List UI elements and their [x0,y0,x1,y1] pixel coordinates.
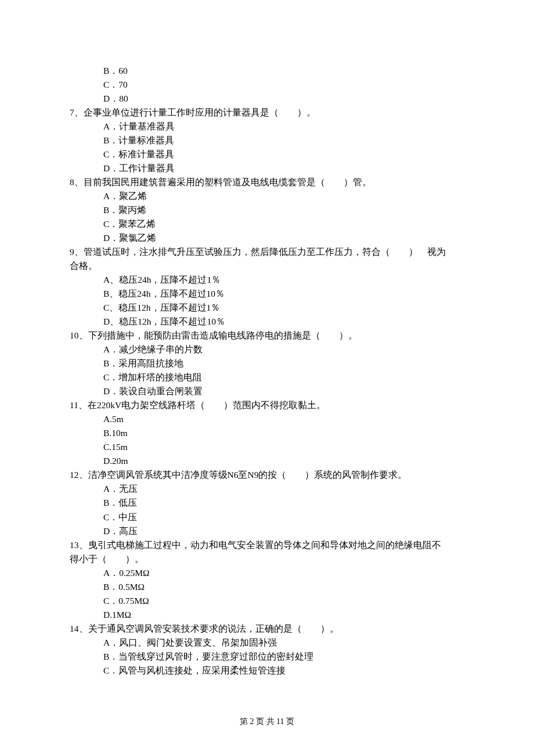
q12-option-C: C．中压 [70,510,464,524]
q7-option-B: B．计量标准器具 [70,134,464,147]
q8-option-C: C．聚苯乙烯 [70,217,464,231]
q14-option-A: A．风口、阀门处要设置支、吊架加固补强 [70,636,464,650]
q14-option-C: C．风管与风机连接处，应采用柔性短管连接 [70,664,464,678]
q9-option-A: A、稳压24h，压降不超过1％ [70,273,464,287]
q11-option-A: A.5m [70,412,464,426]
page-footer: 第 2 页 共 11 页 [0,715,534,728]
q9-option-D: D、稳压12h，压降不超过10％ [70,315,464,329]
q10-stem: 10、下列措施中，能预防由雷击造成输电线路停电的措施是（ ）。 [70,329,464,343]
q10-option-B: B．采用高阻抗接地 [70,357,464,370]
q11-stem: 11、在220kV电力架空线路杆塔（ ）范围内不得挖取黏土。 [70,398,464,412]
q6-option-B: B．60 [70,64,464,78]
q13-option-D: D.1MΩ [70,608,464,622]
q10-option-A: A．减少绝缘子串的片数 [70,343,464,357]
q12-option-A: A．无压 [70,482,464,496]
q8-option-D: D．聚氯乙烯 [70,231,464,245]
q8-stem: 8、目前我国民用建筑普遍采用的塑料管道及电线电缆套管是（ ）管。 [70,175,464,189]
q6-option-C: C．70 [70,78,464,92]
q13-option-B: B．0.5MΩ [70,580,464,594]
q9-option-B: B、稳压24h，压降不超过10％ [70,287,464,301]
q9-stem-cont: 合格。 [70,259,464,273]
q7-option-D: D．工作计量器具 [70,161,464,175]
q12-option-D: D．高压 [70,524,464,538]
q8-option-A: A．聚乙烯 [70,189,464,203]
q13-stem: 13、曳引式电梯施工过程中，动力和电气安全装置的导体之间和导体对地之间的绝缘电阻… [70,538,464,552]
page-container: B．60 C．70 D．80 7、企事业单位进行计量工作时应用的计量器具是（ ）… [0,0,534,756]
q7-option-C: C．标准计量器具 [70,147,464,161]
q7-stem: 7、企事业单位进行计量工作时应用的计量器具是（ ）。 [70,106,464,120]
q13-stem-cont: 得小于（ ）。 [70,552,464,566]
q14-stem: 14、关于通风空调风管安装技术要求的说法，正确的是（ ）。 [70,622,464,636]
q10-option-C: C．增加杆塔的接地电阻 [70,370,464,384]
q10-option-D: D．装设自动重合闸装置 [70,384,464,398]
q6-option-D: D．80 [70,92,464,106]
q9-stem: 9、管道试压时，注水排气升压至试验压力，然后降低压力至工作压力，符合（ ） 视为 [70,245,464,259]
q12-stem: 12、洁净空调风管系统其中洁净度等级N6至N9的按（ ）系统的风管制作要求。 [70,468,464,482]
q13-option-C: C．0.75MΩ [70,594,464,608]
q8-option-B: B．聚丙烯 [70,203,464,217]
q12-option-B: B．低压 [70,496,464,510]
q11-option-C: C.15m [70,440,464,454]
q9-option-C: C、稳压12h，压降不超过1％ [70,301,464,315]
q7-option-A: A．计量基准器具 [70,120,464,134]
q13-option-A: A．0.25MΩ [70,566,464,580]
q11-option-B: B.10m [70,426,464,440]
q11-option-D: D.20m [70,454,464,468]
q14-option-B: B．当管线穿过风管时，要注意穿过部位的密封处理 [70,650,464,664]
